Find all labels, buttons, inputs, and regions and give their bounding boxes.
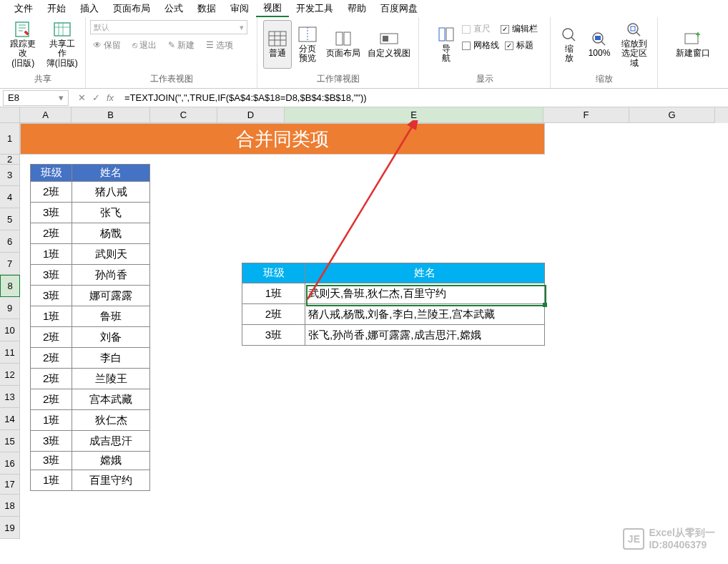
row-header-5[interactable]: 5 — [0, 208, 20, 230]
col-header-B[interactable]: B — [72, 107, 150, 123]
row-header-8[interactable]: 8 — [0, 275, 20, 297]
menu-插入[interactable]: 插入 — [73, 1, 106, 16]
row-header-7[interactable]: 7 — [0, 253, 20, 275]
confirm-icon[interactable]: ✓ — [90, 92, 102, 103]
menu-bar: 文件开始插入页面布局公式数据审阅视图开发工具帮助百度网盘 — [0, 0, 728, 17]
share-workbook-icon — [52, 21, 72, 38]
menu-帮助[interactable]: 帮助 — [340, 1, 373, 16]
row-header-10[interactable]: 10 — [0, 319, 20, 341]
title-banner: 合并同类项 — [20, 123, 545, 155]
select-all-corner[interactable] — [0, 107, 20, 123]
nav-button[interactable]: 导 航 — [432, 20, 461, 69]
spreadsheet-grid[interactable]: ABCDEFG 12345678910111213141516171819 合并… — [0, 107, 728, 564]
row-header-18[interactable]: 18 — [0, 495, 20, 517]
ruler-checkbox: 直尺 — [462, 23, 491, 35]
share-group-label: 共享 — [34, 72, 51, 87]
zoom-100-icon — [589, 30, 609, 47]
new-window-button[interactable]: 新建窗口 — [673, 20, 713, 69]
menu-页面布局[interactable]: 页面布局 — [106, 1, 157, 16]
menu-公式[interactable]: 公式 — [157, 1, 190, 16]
row-header-15[interactable]: 15 — [0, 430, 20, 452]
new-window-icon — [683, 30, 703, 47]
summary-table: 班级姓名1班武则天,鲁班,狄仁杰,百里守约2班猪八戒,杨戬,刘备,李白,兰陵王,… — [242, 263, 545, 346]
svg-rect-12 — [595, 36, 601, 40]
normal-view-button[interactable]: 普通 — [263, 20, 292, 69]
row-header-16[interactable]: 16 — [0, 452, 20, 475]
pagebreak-icon — [297, 26, 318, 43]
col-header-E[interactable]: E — [285, 107, 543, 123]
formula-bar: E8▾ ✕ ✓ fx — [0, 89, 728, 107]
row-header-2[interactable]: 2 — [0, 155, 20, 165]
svg-rect-8 — [439, 28, 445, 41]
svg-rect-7 — [383, 36, 388, 42]
zoom-button[interactable]: 缩 放 — [555, 20, 584, 69]
col-header-C[interactable]: C — [150, 107, 217, 123]
row-header-11[interactable]: 11 — [0, 341, 20, 364]
menu-数据[interactable]: 数据 — [190, 1, 223, 16]
chevron-down-icon: ▾ — [240, 23, 244, 32]
row-header-4[interactable]: 4 — [0, 186, 20, 208]
zoom-100-button[interactable]: 100% — [585, 20, 614, 69]
wbview-group-label: 工作簿视图 — [317, 72, 360, 87]
row-header-19[interactable]: 19 — [0, 517, 20, 539]
row-header-14[interactable]: 14 — [0, 408, 20, 430]
list-icon: ☰ — [206, 40, 214, 50]
formula-input[interactable] — [120, 92, 728, 103]
share-workbook-button[interactable]: 共享工作 簿(旧版) — [44, 20, 82, 69]
fx-icon[interactable]: fx — [104, 92, 116, 103]
row-header-3[interactable]: 3 — [0, 165, 20, 186]
nav-icon — [436, 26, 456, 43]
track-changes-icon — [13, 21, 33, 38]
normal-view-icon — [267, 30, 287, 47]
row-header-17[interactable]: 17 — [0, 475, 20, 495]
chevron-down-icon: ▾ — [59, 92, 64, 103]
cancel-icon[interactable]: ✕ — [76, 92, 87, 103]
gridlines-checkbox[interactable]: 网格线 — [462, 39, 499, 52]
sheetview-group-label: 工作表视图 — [150, 72, 193, 87]
row-header-12[interactable]: 12 — [0, 364, 20, 386]
row-header-1[interactable]: 1 — [0, 123, 20, 155]
pagelayout-icon — [333, 30, 353, 47]
customview-icon — [379, 30, 399, 47]
svg-point-10 — [563, 29, 573, 39]
watermark-icon: JE — [623, 528, 644, 550]
pagebreak-button[interactable]: 分页 预览 — [293, 20, 322, 69]
name-box[interactable]: E8▾ — [3, 90, 69, 106]
svg-rect-1 — [54, 23, 70, 36]
keep-button: 👁保留 — [90, 37, 124, 53]
menu-开始[interactable]: 开始 — [40, 1, 73, 16]
row-header-6[interactable]: 6 — [0, 230, 20, 253]
pagelayout-button[interactable]: 页面布局 — [323, 20, 363, 69]
col-header-G[interactable]: G — [629, 107, 715, 123]
zoom-selection-button[interactable]: 缩放到 选定区域 — [615, 20, 653, 69]
svg-rect-2 — [269, 31, 286, 46]
zoom-icon — [559, 26, 579, 43]
ribbon: 跟踪更改 (旧版) 共享工作 簿(旧版) 共享 默认▾ 👁保留 ⎋退出 ✎新建 … — [0, 17, 728, 89]
source-table: 班级姓名2班猪八戒3班张飞2班杨戬1班武则天3班孙尚香3班娜可露露1班鲁班2班刘… — [30, 164, 150, 491]
show-group-label: 显示 — [476, 72, 493, 87]
menu-视图[interactable]: 视图 — [256, 0, 289, 17]
zoom-selection-icon — [624, 21, 644, 38]
eye-icon: 👁 — [93, 40, 102, 50]
menu-开发工具[interactable]: 开发工具 — [289, 1, 340, 16]
col-header-F[interactable]: F — [543, 107, 629, 123]
new-button: ✎新建 — [165, 37, 197, 53]
col-header-A[interactable]: A — [20, 107, 72, 123]
menu-文件[interactable]: 文件 — [7, 1, 40, 16]
exit-icon: ⎋ — [132, 40, 137, 50]
zoom-group-label: 缩放 — [596, 72, 613, 87]
formula-bar-checkbox[interactable]: ✓编辑栏 — [501, 23, 538, 35]
svg-rect-14 — [631, 26, 635, 31]
row-header-13[interactable]: 13 — [0, 386, 20, 408]
col-header-D[interactable]: D — [217, 107, 285, 123]
headings-checkbox[interactable]: ✓标题 — [505, 39, 533, 52]
track-changes-button[interactable]: 跟踪更改 (旧版) — [4, 20, 42, 69]
svg-rect-4 — [336, 32, 343, 45]
row-header-9[interactable]: 9 — [0, 297, 20, 319]
customview-button[interactable]: 自定义视图 — [365, 20, 413, 69]
svg-point-13 — [628, 24, 638, 34]
menu-百度网盘[interactable]: 百度网盘 — [373, 1, 425, 16]
menu-审阅[interactable]: 审阅 — [223, 1, 256, 16]
sheetview-dropdown[interactable]: 默认▾ — [90, 20, 247, 34]
options-button: ☰选项 — [203, 37, 236, 53]
